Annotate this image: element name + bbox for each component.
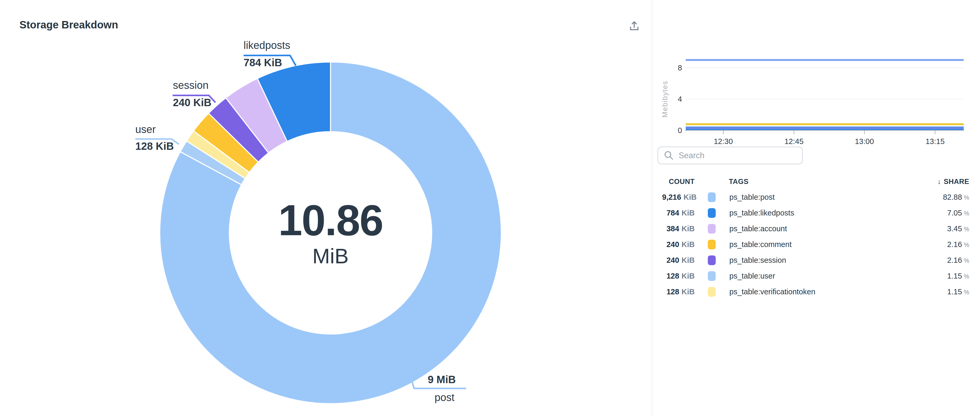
table-row[interactable]: 240KiB ps_table:session 2.16% [662,252,969,268]
callout-value-post: 9 MiB [428,374,456,386]
share-unit: % [964,257,969,264]
tag-color-swatch [708,208,716,218]
svg-text:12:45: 12:45 [784,137,804,146]
callout-label-user: user [135,124,156,135]
tag-color-swatch [708,240,716,249]
count-value: 9,216 [662,193,681,201]
share-value: 1.15 [947,287,962,296]
header-share-sortable[interactable]: ↓SHARE [924,178,969,186]
share-value: 7.05 [947,209,962,217]
share-value: 1.15 [947,272,962,280]
y-grid [686,68,964,99]
callout-label-post: post [434,392,455,403]
x-axis-labels: 12:30 12:45 13:00 13:15 [714,137,945,146]
count-unit: KiB [681,209,695,217]
tags-table: COUNT TAGS ↓SHARE 9,216KiB ps_table:post… [662,174,969,300]
tag-color-swatch [708,255,716,265]
tag-label: ps_table:post [729,193,924,202]
callout-label-likedposts: likedposts [243,40,290,51]
table-row[interactable]: 384KiB ps_table:account 3.45% [662,221,969,236]
count-value: 128 [667,272,679,280]
share-unit: % [964,273,969,280]
share-unit: % [964,194,969,201]
header-tags: TAGS [729,178,924,186]
callout-value-likedposts: 784 KiB [243,57,282,69]
share-unit: % [964,210,969,217]
tag-color-swatch [708,224,716,234]
count-unit: KiB [681,272,695,280]
tag-label: ps_table:likedposts [729,209,924,217]
tag-label: ps_table:account [729,225,924,233]
export-button[interactable] [627,18,641,33]
y-axis-labels: 0 4 8 [678,64,682,135]
count-value: 128 [667,287,679,296]
total-unit: MiB [252,244,409,268]
share-value: 82.88 [943,193,962,201]
search-box [658,147,803,164]
table-row[interactable]: 240KiB ps_table:comment 2.16% [662,236,969,252]
count-unit: KiB [681,240,695,249]
storage-timeseries-chart[interactable]: 12:30 12:45 13:00 13:15 0 4 8 Mebibytes [657,37,980,150]
share-unit: % [964,242,969,248]
count-unit: KiB [681,256,695,265]
x-axis-ticks [723,130,935,134]
search-icon [664,151,674,160]
table-header-row: COUNT TAGS ↓SHARE [662,174,969,189]
donut-center-total: 10.86 MiB [252,199,409,268]
svg-text:4: 4 [678,95,682,103]
count-unit: KiB [681,225,695,233]
svg-text:8: 8 [678,64,682,72]
tag-label: ps_table:verificationtoken [729,287,924,296]
count-value: 784 [667,209,679,217]
tag-label: ps_table:session [729,256,924,265]
share-value: 2.16 [947,256,962,265]
svg-text:13:15: 13:15 [926,137,945,146]
share-unit: % [964,289,969,296]
tag-color-swatch [708,271,716,281]
header-count: COUNT [662,178,695,186]
total-value: 10.86 [252,199,409,242]
count-value: 240 [667,240,679,249]
table-row[interactable]: 128KiB ps_table:verificationtoken 1.15% [662,284,969,300]
tag-label: ps_table:user [729,272,924,281]
share-unit: % [964,226,969,233]
table-row[interactable]: 784KiB ps_table:likedposts 7.05% [662,205,969,221]
tag-color-swatch [708,287,716,297]
callout-value-session: 240 KiB [173,97,212,108]
svg-text:13:00: 13:00 [855,137,874,146]
storage-breakdown-panel: Storage Breakdown 10.86 MiB likedposts 7… [0,0,652,416]
tag-label: ps_table:comment [729,240,924,249]
svg-text:0: 0 [678,126,682,135]
y-axis-title: Mebibytes [661,80,669,118]
table-row[interactable]: 9,216KiB ps_table:post 82.88% [662,189,969,205]
svg-text:12:30: 12:30 [714,137,733,146]
tag-color-swatch [708,192,716,202]
export-icon [628,20,640,32]
share-value: 3.45 [947,225,962,233]
table-row[interactable]: 128KiB ps_table:user 1.15% [662,268,969,284]
count-value: 240 [667,256,679,265]
search-input[interactable] [658,147,803,164]
header-share-label: SHARE [944,178,969,185]
share-value: 2.16 [947,240,962,249]
sort-descending-icon: ↓ [937,178,941,185]
page-title: Storage Breakdown [19,19,118,31]
count-unit: KiB [681,287,695,296]
callout-label-session: session [173,80,208,91]
count-value: 384 [667,225,679,233]
callout-value-user: 128 KiB [135,140,174,152]
